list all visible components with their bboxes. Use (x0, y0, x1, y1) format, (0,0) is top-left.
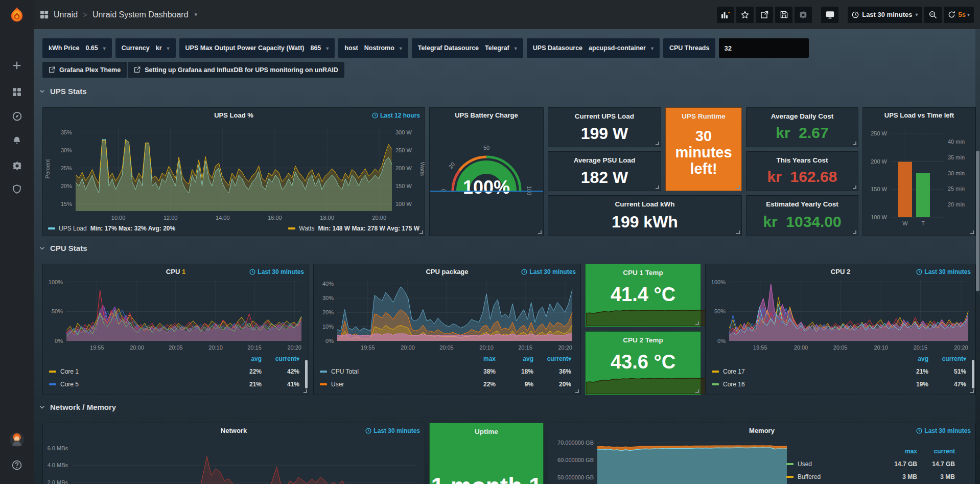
stat-title[interactable]: Uptime (430, 428, 543, 435)
panel-time-range[interactable]: Last 30 minutes (916, 268, 971, 275)
legend-series-label[interactable]: User (331, 381, 344, 388)
legend-series-label[interactable]: Core 17 (723, 368, 745, 375)
dashboard-settings-button[interactable] (795, 7, 812, 23)
panel-title[interactable]: Memory (548, 427, 975, 434)
section-ups-stats[interactable]: UPS Stats (39, 87, 87, 96)
svg-text:20:10: 20:10 (208, 344, 223, 351)
legend-series-label[interactable]: Core 1 (60, 368, 79, 375)
svg-text:12:00: 12:00 (164, 215, 178, 221)
clock-icon (916, 269, 922, 275)
stat-title[interactable]: Average PSU Load (548, 156, 661, 164)
legend-scrollbar[interactable] (972, 360, 974, 388)
legend-color-swatch (786, 463, 794, 465)
legend-header-max[interactable]: max (458, 355, 496, 362)
stat-title[interactable]: UPS Runtime (666, 112, 741, 120)
save-button[interactable] (775, 7, 792, 23)
panel-average-daily-cost: Average Daily Cost kr 2.67 (746, 107, 858, 147)
battery-charge-gauge[interactable]: 02050100100% (430, 108, 543, 236)
legend-value: 22% (458, 381, 496, 388)
legend-header-current[interactable]: current▾ (533, 355, 571, 362)
svg-text:50.000000 GB: 50.000000 GB (557, 474, 594, 480)
variable-currency[interactable]: Currencykr▾ (115, 38, 176, 58)
cycle-view-mode-button[interactable] (821, 7, 838, 23)
stat-title[interactable]: This Years Cost (746, 156, 858, 164)
help-icon[interactable] (0, 455, 34, 475)
legend-header-current[interactable]: current▾ (262, 355, 299, 362)
legend-header-avg[interactable]: avg (496, 355, 533, 362)
panel-time-range[interactable]: Last 12 hours (372, 112, 420, 119)
legend-color-swatch (320, 383, 327, 385)
svg-text:25 min: 25 min (948, 186, 965, 192)
variable-host[interactable]: hostNostromo▾ (338, 38, 408, 58)
panel-title[interactable]: UPS Battery Charge (430, 111, 543, 119)
panel-title[interactable]: UPS Load vs Time left (863, 111, 975, 119)
grafana-logo-icon[interactable] (0, 4, 34, 27)
ups-load-vs-time-chart[interactable]: 100 W150 W200 W250 W20 min25 min30 min35… (863, 108, 975, 236)
panel-time-range[interactable]: Last 30 minutes (249, 268, 304, 275)
stat-title[interactable]: Current Load kWh (548, 200, 741, 208)
variable-ups-max-output-power-capacity-watt[interactable]: UPS Max Output Power Capacity (Watt)865▾ (179, 38, 335, 58)
external-link-icon (134, 66, 141, 73)
dashboards-icon[interactable] (0, 82, 34, 102)
stat-title[interactable]: Estimated Yearly Cost (746, 200, 858, 208)
panel-time-range[interactable]: Last 30 minutes (521, 268, 576, 275)
legend-series-label[interactable]: CPU Total (331, 368, 359, 375)
alerting-bell-icon[interactable] (0, 130, 34, 151)
explore-compass-icon[interactable] (0, 106, 34, 126)
svg-text:19:55: 19:55 (90, 344, 104, 351)
user-avatar[interactable] (0, 429, 34, 450)
dashboard-dropdown-caret[interactable]: ▾ (195, 11, 198, 18)
stat-title[interactable]: CPU 1 Temp (586, 269, 701, 276)
stat-title[interactable]: Current UPS Load (548, 112, 661, 120)
dashboard-link-grafana-plex-theme[interactable]: Grafana Plex Theme (42, 62, 127, 78)
legend-header-avg[interactable]: avg (224, 355, 262, 362)
legend-color-swatch (288, 227, 295, 229)
chevron-down-icon (39, 245, 45, 251)
legend-header-max[interactable]: max (879, 448, 917, 455)
ups-load-chart[interactable]: 15%100 W20%150 W25%200 W30%250 W35%300 W… (43, 108, 425, 236)
section-cpu-stats[interactable]: CPU Stats (39, 244, 87, 252)
legend-header-avg[interactable]: avg (891, 355, 928, 362)
stat-title[interactable]: Average Daily Cost (746, 112, 858, 120)
panel-time-range[interactable]: Last 30 minutes (916, 427, 971, 434)
legend-value: 3 MB (879, 473, 917, 480)
section-network-memory[interactable]: Network / Memory (39, 403, 116, 411)
svg-text:0%: 0% (325, 338, 334, 344)
legend-series-label[interactable]: Core 5 (60, 381, 79, 388)
dashboard-link-setting-up-grafana-and-influxdb-for-ups-monitoring-on-unraid[interactable]: Setting up Grafana and InfluxDB for UPS … (128, 62, 344, 78)
legend-series-stats: Min: 17% Max: 32% Avg: 20% (90, 225, 176, 232)
configuration-gear-icon[interactable] (0, 155, 34, 176)
variable-input-cpu-threads[interactable]: 32 (719, 38, 809, 58)
legend-header-current[interactable]: current (917, 448, 955, 455)
page-scrollbar[interactable] (975, 29, 980, 484)
add-panel-button[interactable] (717, 7, 734, 23)
legend-header-row: maxavgcurrent▾ (320, 352, 571, 365)
legend-item-ups-load[interactable]: UPS LoadMin: 17% Max: 32% Avg: 20% (48, 225, 175, 232)
breadcrumb-root[interactable]: Unraid (54, 10, 78, 19)
star-button[interactable] (736, 7, 754, 23)
panel-current-ups-load: Current UPS Load 199 W (548, 107, 661, 147)
variable-telegraf-datasource[interactable]: Telegraf DatasourceTelegraf▾ (412, 38, 523, 58)
zoom-out-button[interactable] (924, 7, 942, 23)
legend-scrollbar[interactable] (305, 360, 308, 388)
chevron-down-icon (39, 88, 45, 95)
legend-series-label[interactable]: Core 16 (723, 381, 745, 388)
refresh-button[interactable]: 5s ▾ (944, 7, 974, 23)
share-button[interactable] (756, 7, 773, 23)
apps-grid-icon[interactable] (40, 10, 49, 19)
stat-title[interactable]: CPU 2 Temp (586, 336, 701, 344)
legend-series-label[interactable]: Used (798, 460, 812, 468)
server-admin-shield-icon[interactable] (0, 179, 34, 199)
time-range-picker[interactable]: Last 30 minutes ▾ (848, 7, 922, 23)
variable-kwh-price[interactable]: kWh Price0.65▾ (42, 38, 112, 58)
panel-title[interactable]: UPS Load % (43, 111, 425, 119)
legend-item-watts[interactable]: WattsMin: 148 W Max: 278 W Avg: 175 W (288, 225, 419, 232)
dashboard-title[interactable]: Unraid System Dashboard (92, 10, 189, 19)
variable-ups-datasource[interactable]: UPS Datasourceapcupsd-container▾ (527, 38, 660, 58)
legend-series-label[interactable]: Buffered (798, 473, 821, 480)
panel-time-range[interactable]: Last 30 minutes (365, 427, 420, 434)
legend-header-current[interactable]: current▾ (928, 355, 966, 362)
ups-load-legend: UPS LoadMin: 17% Max: 32% Avg: 20%WattsM… (48, 225, 419, 232)
create-icon[interactable] (0, 55, 34, 76)
scrollbar-thumb[interactable] (976, 151, 979, 291)
